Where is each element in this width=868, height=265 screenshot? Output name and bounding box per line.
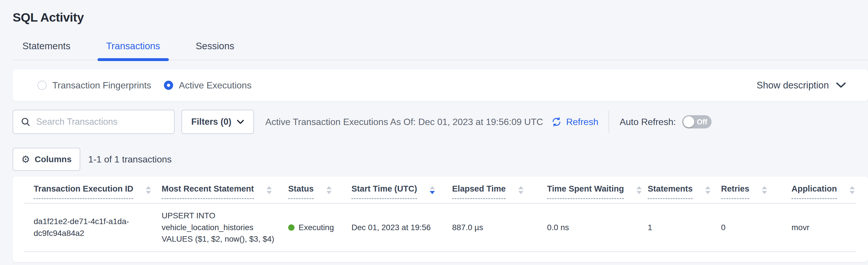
sort-arrows-icon[interactable] bbox=[327, 186, 332, 194]
status-label: Executing bbox=[299, 222, 334, 234]
search-icon bbox=[21, 117, 30, 127]
chevron-down-icon bbox=[237, 120, 244, 124]
radio-label: Transaction Fingerprints bbox=[52, 80, 151, 91]
toggle-state-label: Off bbox=[697, 118, 707, 126]
column-header-elapsed-time[interactable]: Elapsed Time bbox=[443, 177, 537, 203]
refresh-icon bbox=[551, 116, 562, 127]
tab-transactions[interactable]: Transactions bbox=[97, 41, 169, 60]
results-count: 1-1 of 1 transactions bbox=[88, 154, 172, 165]
show-description-label: Show description bbox=[757, 80, 829, 91]
auto-refresh-label: Auto Refresh: bbox=[620, 117, 676, 127]
cell-time-spent-waiting: 0.0 ns bbox=[537, 203, 638, 252]
cell-status: Executing bbox=[279, 203, 342, 252]
show-description-toggle[interactable]: Show description bbox=[757, 80, 846, 91]
table-header-row: Transaction Execution ID Most Recent Sta… bbox=[24, 177, 857, 203]
cell-elapsed-time: 887.0 µs bbox=[443, 203, 537, 252]
radio-circle-icon[interactable] bbox=[37, 81, 46, 90]
column-header-most-recent-statement[interactable]: Most Recent Statement bbox=[152, 177, 279, 203]
sort-arrows-icon[interactable] bbox=[705, 186, 710, 194]
column-header-status[interactable]: Status bbox=[279, 177, 342, 203]
tab-bar: Statements Transactions Sessions bbox=[13, 41, 868, 60]
radio-transaction-fingerprints[interactable]: Transaction Fingerprints bbox=[37, 80, 151, 91]
table-row[interactable]: da1f21e2-de71-4c1f-a1da-dc9fc94a84a2 UPS… bbox=[24, 203, 857, 252]
transactions-table: Transaction Execution ID Most Recent Sta… bbox=[24, 177, 857, 252]
columns-button[interactable]: ⚙ Columns bbox=[13, 148, 80, 171]
column-header-start-time[interactable]: Start Time (UTC) bbox=[342, 177, 443, 203]
cell-most-recent-statement: UPSERT INTO vehicle_location_histories V… bbox=[152, 203, 279, 252]
cell-statements: 1 bbox=[638, 203, 712, 252]
refresh-button[interactable]: Refresh bbox=[551, 116, 598, 127]
cell-retries: 0 bbox=[712, 203, 782, 252]
search-box[interactable] bbox=[13, 110, 175, 134]
transactions-table-panel: Transaction Execution ID Most Recent Sta… bbox=[13, 177, 868, 262]
tab-sessions[interactable]: Sessions bbox=[187, 41, 243, 60]
column-header-transaction-execution-id[interactable]: Transaction Execution ID bbox=[24, 177, 152, 203]
filters-label: Filters (0) bbox=[191, 117, 231, 127]
radio-label: Active Executions bbox=[179, 80, 252, 91]
controls-row: Filters (0) Active Transaction Execution… bbox=[13, 110, 859, 134]
view-options-panel: Transaction Fingerprints Active Executio… bbox=[13, 70, 868, 101]
page-title: SQL Activity bbox=[0, 0, 868, 25]
status-executing-dot-icon bbox=[288, 224, 294, 231]
columns-label: Columns bbox=[34, 154, 71, 164]
column-header-time-spent-waiting[interactable]: Time Spent Waiting bbox=[537, 177, 638, 203]
as-of-timestamp: Active Transaction Executions As Of: Dec… bbox=[266, 117, 543, 127]
cell-application: movr bbox=[782, 203, 857, 252]
filters-button[interactable]: Filters (0) bbox=[182, 110, 254, 134]
auto-refresh-toggle[interactable]: Off bbox=[682, 115, 712, 129]
cell-start-time: Dec 01, 2023 at 19:56 bbox=[342, 203, 443, 252]
sort-arrows-icon[interactable] bbox=[762, 186, 767, 194]
chevron-down-icon bbox=[836, 82, 846, 88]
gear-icon: ⚙ bbox=[21, 154, 30, 164]
sort-arrows-icon[interactable] bbox=[430, 186, 435, 194]
column-header-application[interactable]: Application bbox=[782, 177, 857, 203]
column-header-retries[interactable]: Retries bbox=[712, 177, 782, 203]
sort-arrows-icon[interactable] bbox=[267, 186, 272, 194]
vertical-divider bbox=[609, 111, 609, 133]
sort-arrows-icon[interactable] bbox=[637, 186, 642, 194]
toggle-knob[interactable] bbox=[683, 116, 694, 127]
table-toolbar: ⚙ Columns 1-1 of 1 transactions bbox=[13, 148, 868, 171]
search-input[interactable] bbox=[36, 117, 170, 127]
sort-arrows-icon[interactable] bbox=[518, 186, 523, 194]
sort-arrows-icon[interactable] bbox=[849, 186, 855, 194]
refresh-label: Refresh bbox=[566, 117, 598, 127]
radio-circle-icon[interactable] bbox=[164, 81, 173, 90]
tab-statements[interactable]: Statements bbox=[14, 41, 79, 60]
sort-arrows-icon[interactable] bbox=[146, 186, 151, 194]
radio-active-executions[interactable]: Active Executions bbox=[164, 80, 252, 91]
cell-transaction-execution-id[interactable]: da1f21e2-de71-4c1f-a1da-dc9fc94a84a2 bbox=[24, 203, 152, 252]
column-header-statements[interactable]: Statements bbox=[638, 177, 712, 203]
